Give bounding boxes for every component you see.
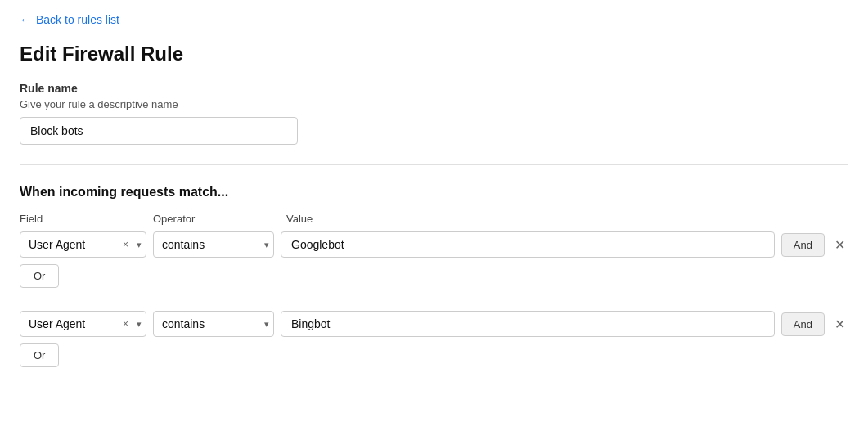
- rule-name-input[interactable]: [20, 117, 298, 145]
- conditions-header: Field Operator Value: [20, 213, 848, 225]
- rule-name-hint: Give your rule a descriptive name: [20, 98, 848, 110]
- operator-select-wrapper-1: contains equals does not contain matches…: [153, 231, 274, 258]
- operator-select-wrapper-2: contains equals does not contain matches…: [153, 311, 274, 337]
- back-link-label: Back to rules list: [36, 13, 119, 26]
- match-section-title: When incoming requests match...: [20, 185, 848, 200]
- value-input-1[interactable]: [281, 231, 775, 258]
- page-title: Edit Firewall Rule: [20, 43, 848, 65]
- condition-row: User Agent IP Address Country URI Path Q…: [20, 231, 848, 258]
- rule-name-section: Rule name Give your rule a descriptive n…: [20, 82, 848, 145]
- or-button-2[interactable]: Or: [20, 343, 59, 367]
- or-row-1: Or: [20, 264, 848, 301]
- rule-name-label: Rule name: [20, 82, 848, 95]
- value-input-2[interactable]: [281, 311, 775, 337]
- operator-select-1[interactable]: contains equals does not contain matches…: [153, 231, 274, 258]
- condition-row-2: User Agent IP Address Country URI Path Q…: [20, 311, 848, 337]
- remove-condition-button-1[interactable]: ✕: [831, 234, 848, 256]
- column-field-header: Field: [20, 213, 146, 225]
- section-divider: [20, 164, 848, 165]
- operator-select-2[interactable]: contains equals does not contain matches…: [153, 311, 274, 337]
- column-operator-header: Operator: [153, 213, 280, 225]
- column-value-header: Value: [286, 213, 848, 225]
- back-arrow-icon: ←: [20, 13, 31, 26]
- field-select-wrapper-1: User Agent IP Address Country URI Path Q…: [20, 231, 146, 258]
- and-button-2[interactable]: And: [781, 312, 825, 336]
- match-section: When incoming requests match... Field Op…: [20, 185, 848, 380]
- remove-condition-button-2[interactable]: ✕: [831, 313, 848, 335]
- field-select-wrapper-2: User Agent IP Address Country URI Path Q…: [20, 311, 146, 337]
- back-to-rules-link[interactable]: ← Back to rules list: [20, 13, 119, 26]
- field-clear-button-2[interactable]: ×: [123, 319, 128, 329]
- field-clear-button-1[interactable]: ×: [123, 240, 128, 249]
- or-row-2: Or: [20, 343, 848, 380]
- or-button-1[interactable]: Or: [20, 264, 59, 288]
- and-button-1[interactable]: And: [781, 233, 825, 257]
